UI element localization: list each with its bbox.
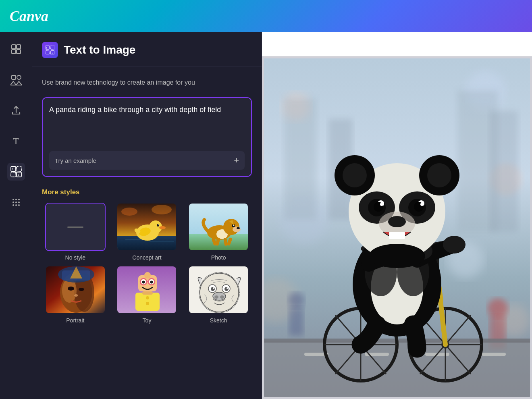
style-label-concept-art: Concept art: [132, 254, 161, 261]
try-example-label: Try an example: [55, 157, 96, 164]
svg-point-17: [12, 202, 14, 203]
svg-point-157: [380, 203, 383, 206]
svg-rect-2: [12, 50, 16, 54]
svg-point-164: [343, 163, 367, 187]
svg-point-20: [12, 204, 14, 206]
svg-rect-0: [12, 45, 16, 49]
svg-point-14: [12, 199, 14, 200]
svg-rect-3: [17, 50, 21, 54]
svg-point-31: [152, 205, 172, 214]
text-to-image-panel: T ✦ Text to Image Use brand new technolo…: [32, 32, 262, 399]
style-thumb-concept-art[interactable]: [116, 203, 177, 251]
svg-point-78: [146, 296, 149, 299]
svg-point-48: [237, 227, 240, 229]
try-example-button[interactable]: Try an example +: [49, 151, 245, 170]
svg-point-158: [420, 203, 424, 206]
svg-point-92: [220, 295, 224, 299]
style-label-portrait: Portrait: [66, 317, 84, 324]
svg-point-105: [488, 298, 508, 318]
svg-point-107: [288, 292, 304, 308]
panel-title: Text to Image: [64, 44, 135, 56]
svg-point-21: [15, 204, 17, 206]
style-thumb-sketch[interactable]: [188, 266, 249, 314]
svg-point-160: [388, 216, 406, 227]
svg-point-88: [213, 287, 214, 289]
svg-point-91: [214, 295, 218, 299]
svg-rect-108: [289, 308, 303, 336]
panel-description: Use brand new technology to create an im…: [42, 78, 252, 87]
style-label-photo: Photo: [211, 254, 226, 261]
style-item-no-style[interactable]: No style: [42, 203, 109, 261]
svg-point-19: [18, 202, 20, 203]
svg-rect-114: [482, 353, 506, 356]
try-example-plus-icon: +: [234, 155, 239, 166]
style-thumb-toy[interactable]: [116, 266, 177, 314]
svg-point-61: [68, 287, 74, 291]
sidebar-item-text[interactable]: T: [7, 132, 25, 150]
style-item-concept-art[interactable]: Concept art: [114, 203, 181, 261]
svg-point-62: [79, 288, 84, 291]
panel-header-icon: T ✦: [42, 42, 58, 58]
style-thumb-portrait[interactable]: [45, 266, 106, 314]
style-thumb-photo[interactable]: [188, 203, 249, 251]
svg-rect-101: [284, 99, 316, 220]
style-item-toy[interactable]: Toy: [114, 266, 181, 324]
sidebar-item-apps[interactable]: [7, 193, 25, 211]
svg-point-87: [224, 287, 229, 291]
sidebar-item-uploads[interactable]: [7, 102, 25, 119]
style-item-sketch[interactable]: Sketch: [185, 266, 252, 324]
svg-point-22: [18, 204, 20, 206]
svg-text:✦: ✦: [51, 52, 53, 54]
svg-point-72: [142, 281, 145, 284]
svg-point-30: [121, 208, 137, 216]
style-thumb-no-style[interactable]: [45, 203, 106, 251]
style-label-no-style: No style: [65, 254, 86, 261]
svg-point-37: [157, 224, 159, 227]
svg-rect-25: [46, 51, 49, 54]
svg-point-165: [427, 163, 451, 187]
svg-rect-80: [142, 291, 153, 295]
svg-text:T: T: [46, 47, 47, 49]
svg-rect-161: [389, 232, 405, 239]
svg-point-15: [15, 199, 17, 200]
svg-point-47: [233, 227, 241, 232]
sidebar-item-layout[interactable]: [7, 40, 25, 58]
app-header: Canva: [0, 0, 532, 32]
canva-logo: Canva: [10, 8, 48, 25]
style-item-photo[interactable]: Photo: [185, 203, 252, 261]
svg-text:T: T: [12, 168, 14, 170]
svg-point-86: [211, 287, 215, 291]
svg-point-79: [146, 302, 149, 305]
svg-point-73: [150, 281, 153, 284]
svg-point-63: [74, 294, 78, 297]
style-label-sketch: Sketch: [210, 317, 227, 324]
svg-point-18: [15, 202, 17, 203]
svg-point-16: [18, 199, 20, 200]
style-label-toy: Toy: [143, 317, 152, 324]
svg-point-146: [443, 236, 466, 254]
svg-rect-10: [11, 172, 16, 177]
image-prompt-input[interactable]: A panda riding a bike through a city wit…: [49, 104, 245, 145]
svg-rect-77: [135, 293, 160, 311]
panel-header: T ✦ Text to Image: [32, 32, 262, 66]
svg-rect-9: [17, 166, 21, 171]
sidebar-item-text-to-image[interactable]: T ✦: [7, 163, 25, 181]
style-item-portrait[interactable]: Portrait: [42, 266, 109, 324]
no-style-dash-icon: [67, 227, 83, 228]
sidebar-item-elements[interactable]: [7, 71, 25, 89]
svg-point-38: [158, 224, 159, 225]
more-styles-title: More styles: [42, 188, 252, 196]
svg-rect-24: [51, 46, 54, 49]
svg-point-69: [144, 272, 151, 278]
more-styles-section: More styles No style: [42, 188, 252, 324]
text-input-area[interactable]: A panda riding a bike through a city wit…: [42, 97, 252, 177]
canvas-top-bar: [262, 32, 532, 56]
svg-marker-6: [10, 81, 16, 85]
svg-text:✦: ✦: [17, 174, 20, 177]
canvas-image-container: [262, 56, 532, 399]
main-layout: T T ✦: [0, 32, 532, 399]
svg-point-39: [159, 226, 166, 229]
svg-marker-7: [16, 81, 22, 85]
svg-point-5: [17, 75, 21, 79]
canvas-area: [262, 32, 532, 399]
